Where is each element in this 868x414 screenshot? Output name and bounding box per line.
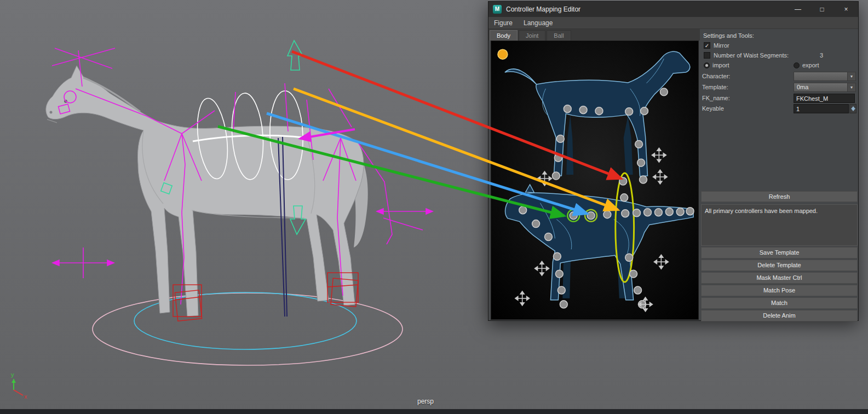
selected-color-dot[interactable] [498, 49, 508, 59]
tab-ball[interactable]: Ball [547, 30, 571, 41]
mirror-label: Mirror [714, 42, 729, 49]
controller-dot[interactable] [640, 176, 647, 183]
character-dropdown[interactable]: ▼ [794, 72, 856, 81]
controller-dot[interactable] [641, 107, 648, 115]
controller-dot[interactable] [544, 233, 552, 240]
import-label: import [712, 62, 729, 68]
controller-dot[interactable] [557, 286, 565, 294]
menu-language[interactable]: Language [518, 19, 558, 27]
export-label: export [802, 62, 819, 68]
refresh-button[interactable]: Refresh [701, 191, 858, 202]
controller-dot[interactable] [625, 254, 633, 261]
screenshot-stage: y x persp M Controller Mapping Editor — … [0, 0, 868, 414]
controller-dot[interactable] [676, 208, 684, 216]
waist-segments-label: Number of Waist Segments: [714, 52, 789, 59]
tab-body[interactable]: Body [490, 30, 518, 41]
match-button[interactable]: Match [701, 297, 858, 309]
menu-figure[interactable]: Figure [488, 19, 518, 27]
controller-dot[interactable] [552, 172, 560, 180]
maximize-button[interactable]: □ [810, 2, 834, 17]
status-text: All primary controllers have been mapped… [705, 208, 818, 214]
controller-dot[interactable] [554, 154, 562, 162]
controller-dot[interactable] [587, 212, 595, 220]
controller-dot[interactable] [555, 270, 563, 278]
controller-dot[interactable] [637, 159, 645, 166]
controller-dot[interactable] [603, 211, 611, 219]
mirror-checkbox[interactable]: ✓ [704, 42, 710, 49]
controller-dot[interactable] [665, 208, 673, 216]
controller-dot[interactable] [570, 212, 577, 220]
controller-dot[interactable] [553, 252, 561, 260]
menu-bar: Figure Language [488, 17, 858, 29]
axis-y-label: y [11, 371, 14, 378]
tab-joint[interactable]: Joint [519, 30, 545, 41]
fk-name-field[interactable] [794, 94, 855, 103]
controller-dot[interactable] [560, 301, 567, 308]
controller-dot[interactable] [686, 208, 694, 215]
controller-dot[interactable] [634, 286, 642, 294]
window-titlebar[interactable]: M Controller Mapping Editor — □ × [488, 2, 858, 17]
mask-master-ctrl-button[interactable]: Mask Master Ctrl [701, 272, 858, 284]
camera-name-label: persp [406, 398, 445, 405]
axis-gizmo: y x [11, 371, 27, 400]
import-radio[interactable] [704, 62, 710, 68]
controller-dot[interactable] [532, 220, 540, 228]
chevron-down-icon[interactable]: ▼ [847, 72, 855, 81]
status-message-box: All primary controllers have been mapped… [701, 204, 858, 246]
keyable-label: Keyable [702, 105, 724, 112]
controller-dot[interactable] [579, 106, 587, 114]
controller-dot[interactable] [595, 107, 603, 115]
delete-anim-button[interactable]: Delete Anim [701, 310, 858, 321]
settings-panel: Settings and Tools: ✓ Mirror Number of W… [700, 29, 858, 320]
minimize-button[interactable]: — [786, 2, 810, 17]
hoof-controls[interactable] [173, 273, 358, 321]
template-dropdown[interactable]: 0ma ▼ [794, 83, 856, 92]
controller-dot[interactable] [630, 270, 637, 278]
controller-dot[interactable] [519, 206, 527, 214]
keyable-field[interactable] [794, 104, 849, 113]
settings-header: Settings and Tools: [703, 32, 754, 39]
tab-bar: Body Joint Ball [488, 29, 700, 41]
spinner-down-icon[interactable] [851, 108, 855, 111]
controller-dot[interactable] [644, 209, 652, 216]
fk-name-label: FK_name: [702, 95, 730, 101]
waist-segments-value: 3 [820, 52, 823, 59]
controller-dot[interactable] [622, 210, 629, 217]
character-label: Character: [702, 73, 730, 79]
template-label: Template: [702, 84, 728, 90]
waist-segments-checkbox[interactable] [704, 52, 710, 59]
window-title: Controller Mapping Editor [506, 5, 786, 13]
keyable-spinner [849, 104, 856, 113]
controller-dot[interactable] [556, 135, 564, 142]
viewport-bottom-strip [0, 409, 868, 414]
controller-dot[interactable] [625, 108, 633, 116]
export-radio[interactable] [794, 62, 800, 68]
mapping-diagram [491, 41, 698, 319]
delete-template-button[interactable]: Delete Template [701, 260, 858, 271]
chevron-down-icon[interactable]: ▼ [847, 83, 855, 91]
controller-dot[interactable] [619, 177, 627, 185]
save-template-button[interactable]: Save Template [701, 247, 858, 258]
maya-icon: M [493, 5, 502, 14]
controller-dot[interactable] [660, 88, 668, 96]
controller-dot[interactable] [654, 209, 662, 216]
close-button[interactable]: × [834, 2, 858, 17]
controller-dot[interactable] [564, 105, 571, 113]
template-value: 0ma [797, 84, 808, 90]
controller-mapping-editor-window: M Controller Mapping Editor — □ × Figure… [488, 1, 859, 321]
match-pose-button[interactable]: Match Pose [701, 285, 858, 296]
axis-x-label: x [24, 393, 27, 400]
controller-dot[interactable] [635, 140, 643, 148]
horse-model[interactable] [46, 66, 368, 317]
controller-dot[interactable] [633, 209, 641, 217]
mapping-canvas[interactable] [491, 41, 699, 320]
controller-dot[interactable] [620, 194, 628, 202]
